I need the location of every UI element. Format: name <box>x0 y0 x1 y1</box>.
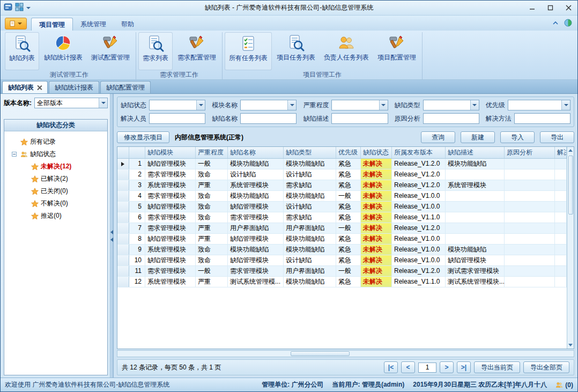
new-button[interactable]: 新建 <box>461 131 495 143</box>
filter-combo[interactable] <box>149 100 205 110</box>
tree-item-status[interactable]: 已关闭(0) <box>6 185 105 197</box>
cell-priority: 紧急 <box>336 180 361 190</box>
tree-item-defect-status[interactable]: 缺陷状态 <box>6 148 105 160</box>
minimize-button[interactable] <box>523 1 541 15</box>
tab-help[interactable]: 帮助 <box>114 18 142 31</box>
filter-combo[interactable] <box>423 100 479 110</box>
column-header[interactable]: 所属发布版本 <box>392 147 446 158</box>
horizontal-scrollbar[interactable] <box>117 350 574 357</box>
table-row[interactable]: 5 缺陷管理模块 致命 缺陷管理模块 设计缺陷 紧急 未解决 Release_V… <box>117 202 567 212</box>
close-button[interactable] <box>559 1 577 15</box>
scroll-up-icon[interactable] <box>568 149 573 152</box>
column-header[interactable]: 优先级 <box>336 147 361 158</box>
table-row[interactable]: 2 需求管理模块 致命 设计缺陷 设计缺陷 紧急 未解决 Release_V1.… <box>117 169 567 180</box>
table-row[interactable]: 7 需求管理模块 严重 用户界面缺陷 用户界面缺陷 一般 未解决 Release… <box>117 223 567 234</box>
column-header[interactable]: 缺陷名称 <box>228 147 284 158</box>
chevron-down-icon[interactable] <box>196 100 205 110</box>
scrollbar-thumb[interactable] <box>568 156 573 215</box>
owner-tasks-list-button[interactable]: 负责人任务列表 <box>320 32 373 70</box>
filter-combo[interactable] <box>331 100 388 110</box>
tree-item-status[interactable]: 未解决(12) <box>6 160 105 173</box>
collapse-ribbon-icon[interactable] <box>552 20 559 27</box>
close-icon[interactable] <box>37 85 42 90</box>
column-header[interactable]: 缺陷模块 <box>145 147 196 158</box>
table-row[interactable]: 3 系统管理模块 严重 系统管理模块 需求缺陷 紧急 未解决 Release_V… <box>117 180 567 191</box>
filter-input[interactable] <box>240 113 297 124</box>
collapse-box-icon[interactable] <box>10 152 18 157</box>
project-tasks-list-button[interactable]: 项目任务列表 <box>273 32 319 70</box>
tree-item-status[interactable]: 推迟(0) <box>6 210 105 222</box>
column-header[interactable]: 缺陷状态 <box>361 147 392 158</box>
column-header[interactable]: 原因分析 <box>505 147 555 158</box>
filter-input[interactable] <box>149 113 205 124</box>
chevron-down-icon[interactable] <box>99 98 107 108</box>
maximize-button[interactable] <box>541 1 559 15</box>
table-row[interactable]: 6 需求管理模块 致命 需求管理模块 需求缺陷 紧急 未解决 Release_V… <box>117 212 567 223</box>
version-select[interactable]: 全部版本 <box>34 98 108 108</box>
cell-cause-analysis <box>505 202 555 212</box>
chevron-down-icon[interactable] <box>470 100 479 110</box>
tab-project-management[interactable]: 项目管理 <box>31 18 73 31</box>
doc-tab-defect-statistics[interactable]: 缺陷统计报表 <box>49 81 99 93</box>
table-row[interactable]: 4 需求管理模块 致命 模块功能缺陷 模块功能缺陷 一般 未解决 Release… <box>117 191 567 202</box>
chevron-down-icon[interactable] <box>561 100 570 110</box>
filter-label: 解决方法 <box>486 114 512 123</box>
defect-statistics-report-button[interactable]: 缺陷统计报表 <box>40 32 86 70</box>
pagination-bar: 共 12 条记录，每页 50 条，共 1 页 |< < > >| 导出当前页 导… <box>117 359 574 375</box>
column-header[interactable]: 缺陷类型 <box>284 147 336 158</box>
column-header[interactable]: 严重程度 <box>196 147 228 158</box>
filter-combo[interactable] <box>240 100 297 110</box>
tab-system-management[interactable]: 系统管理 <box>73 18 114 31</box>
chevron-down-icon[interactable] <box>287 100 296 110</box>
doc-tab-defect-config[interactable]: 缺陷配置管理 <box>100 81 151 93</box>
cell-name: 需求管理模块 <box>228 266 284 276</box>
page-number-input[interactable] <box>418 363 436 373</box>
search-button[interactable]: 查询 <box>421 131 455 143</box>
requirement-config-management-button[interactable]: 需求配置管理 <box>174 32 220 70</box>
maximize-icon <box>547 5 553 11</box>
test-config-management-button[interactable]: 测试配置管理 <box>87 32 134 70</box>
tree-item-status[interactable]: 不解决(0) <box>6 197 105 210</box>
scrollbar-thumb[interactable] <box>291 351 350 356</box>
application-menu-button[interactable] <box>5 18 27 29</box>
column-header[interactable]: 缺陷描述 <box>446 147 505 158</box>
filter-input[interactable] <box>331 113 388 124</box>
next-page-button[interactable]: > <box>440 361 454 373</box>
scroll-down-icon[interactable] <box>568 344 573 346</box>
row-number-cell: 2 <box>129 169 145 180</box>
export-all-pages-button[interactable]: 导出全部页 <box>523 361 569 373</box>
tree-item-all-records[interactable]: 所有记录 <box>6 136 105 148</box>
import-button[interactable]: 导入 <box>500 131 535 143</box>
filter-input[interactable] <box>423 113 479 124</box>
column-header[interactable]: 解决 <box>555 147 567 158</box>
defect-list-button[interactable]: 缺陷列表 <box>5 32 39 70</box>
table-row[interactable]: 10 缺陷管理模块 致命 缺陷管理模块 设计缺陷 紧急 未解决 Release_… <box>117 255 567 266</box>
sidebar-splitter[interactable] <box>110 94 114 378</box>
layout-switcher-icon[interactable] <box>15 3 24 13</box>
table-row[interactable]: 12 系统管理模块 严重 测试系统管理模... 模块功能缺陷 紧急 未解决 Re… <box>117 277 567 287</box>
last-page-button[interactable]: >| <box>457 361 471 373</box>
table-row[interactable]: 9 系统管理模块 致命 模块功能缺陷 模块功能缺陷 紧急 未解决 Release… <box>117 245 567 255</box>
table-row[interactable]: 8 缺陷管理模块 严重 缺陷管理模块 模块功能缺陷 紧急 未解决 Release… <box>117 234 567 245</box>
first-page-button[interactable]: |< <box>384 361 398 373</box>
project-config-management-button[interactable]: 项目配置管理 <box>374 32 420 70</box>
chevron-down-icon[interactable] <box>26 7 31 9</box>
filter-input[interactable] <box>514 113 570 124</box>
skin-icon[interactable] <box>564 19 572 28</box>
all-tasks-list-button[interactable]: 所有任务列表 <box>225 32 272 70</box>
ribbon-group-test-management: 缺陷列表 缺陷统计报表 测试配置管理 测试管理工作 <box>3 32 136 79</box>
filter-combo[interactable] <box>508 100 570 110</box>
doc-tab-defect-list[interactable]: 缺陷列表 <box>2 81 48 93</box>
table-row[interactable]: 1 缺陷管理模块 一般 模块功能缺陷 模块功能缺陷 紧急 未解决 Release… <box>117 159 567 169</box>
requirement-list-button[interactable]: 需求列表 <box>138 32 173 70</box>
table-row[interactable]: 11 需求管理模块 一般 需求管理模块 用户界面缺陷 一般 未解决 Releas… <box>117 266 567 277</box>
tree-item-status[interactable]: 已解决(2) <box>6 173 105 185</box>
prev-page-button[interactable]: < <box>401 361 415 373</box>
export-button[interactable]: 导出 <box>540 131 574 143</box>
modify-display-items-button[interactable]: 修改显示项目 <box>117 131 169 143</box>
vertical-scrollbar[interactable] <box>567 147 574 349</box>
export-current-page-button[interactable]: 导出当前页 <box>474 361 520 373</box>
chevron-down-icon[interactable] <box>379 100 388 110</box>
cell-release-version: Release_V1.2.0 <box>392 223 446 233</box>
cell-release-version: Release_V1.0.0 <box>392 191 446 201</box>
